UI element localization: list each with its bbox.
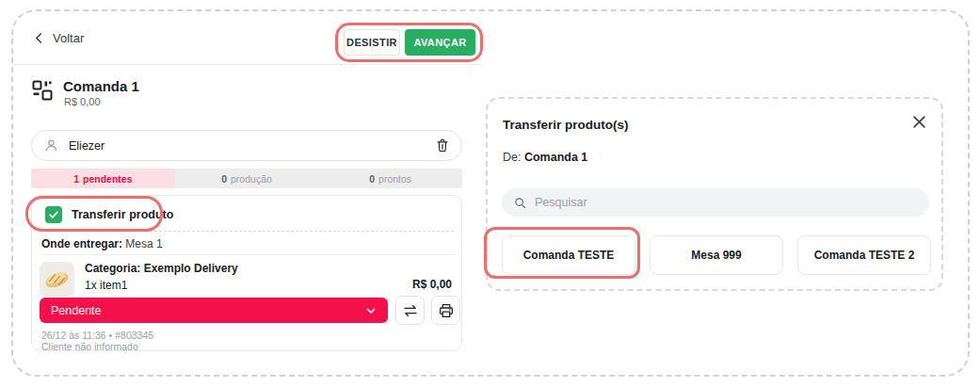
close-icon — [912, 115, 926, 129]
tab-pendentes[interactable]: 1 pendentes — [31, 169, 175, 188]
from-label: De: — [503, 151, 521, 164]
tab-producao[interactable]: 0 produção — [175, 169, 319, 188]
qr-code-icon — [31, 79, 54, 105]
back-label: Voltar — [53, 31, 84, 45]
transfer-product-checkbox-row[interactable]: Transferir produto — [45, 206, 173, 223]
deliver-label: Onde entregar: — [41, 237, 122, 250]
product-category: Categoria: Exemplo Delivery — [85, 262, 238, 275]
checkbox-checked-icon[interactable] — [45, 206, 62, 223]
chevron-down-icon — [365, 305, 377, 316]
tab-prontos[interactable]: 0 prontos — [318, 169, 462, 188]
trash-icon — [435, 137, 450, 153]
header-divider — [12, 64, 480, 65]
order-timestamp: 26/12 às 11:36 • #803345 — [41, 330, 153, 341]
desistir-button[interactable]: DESISTIR — [344, 29, 400, 56]
deliver-value: Mesa 1 — [125, 237, 162, 250]
tab-label: pendentes — [83, 173, 133, 185]
destination-comanda-teste[interactable]: Comanda TESTE — [502, 235, 635, 275]
tab-count: 1 — [73, 173, 79, 185]
tab-count: 0 — [221, 173, 227, 185]
deliver-location: Onde entregar: Mesa 1 — [41, 237, 163, 250]
transfer-modal: Transferir produto(s) De: Comanda 1 Coma… — [486, 97, 943, 291]
staff-row[interactable]: Eliezer — [31, 130, 462, 161]
transfer-arrows-icon — [402, 302, 419, 319]
item-divider — [41, 254, 454, 255]
product-quantity: 1x item1 — [85, 279, 127, 292]
status-label: Pendente — [51, 304, 102, 317]
dashed-separator — [41, 231, 454, 232]
pos-order-screen: Voltar DESISTIR AVANÇAR Comanda 1 R$ 0,0… — [0, 0, 980, 387]
modal-title: Transferir produto(s) — [503, 118, 629, 132]
search-bar[interactable] — [502, 188, 929, 217]
back-button[interactable]: Voltar — [34, 31, 84, 45]
status-dropdown[interactable]: Pendente — [40, 298, 388, 323]
status-tabs: 1 pendentes 0 produção 0 prontos — [31, 169, 462, 188]
order-total: R$ 0,00 — [64, 96, 101, 107]
search-icon — [513, 196, 527, 210]
chevron-left-icon — [34, 33, 44, 43]
avancar-button[interactable]: AVANÇAR — [405, 29, 475, 56]
tab-count: 0 — [369, 173, 375, 185]
product-image — [40, 262, 74, 297]
printer-icon — [438, 302, 455, 319]
order-title: Comanda 1 — [63, 78, 139, 94]
print-button[interactable] — [431, 296, 460, 325]
from-value: Comanda 1 — [524, 151, 587, 164]
tab-label: produção — [231, 173, 272, 185]
tab-label: prontos — [378, 173, 411, 185]
delete-staff-button[interactable] — [435, 137, 450, 153]
staff-name: Eliezer — [69, 139, 426, 153]
destination-mesa-999[interactable]: Mesa 999 — [650, 235, 783, 275]
product-price: R$ 0,00 — [412, 278, 452, 291]
destination-comanda-teste-2[interactable]: Comanda TESTE 2 — [797, 235, 931, 275]
client-info: Cliente não informado — [41, 341, 138, 352]
transfer-from: De: Comanda 1 — [503, 151, 587, 164]
order-item-card: Transferir produto Onde entregar: Mesa 1… — [31, 195, 462, 351]
close-button[interactable] — [912, 115, 926, 129]
search-input[interactable] — [535, 196, 918, 209]
person-icon — [43, 137, 59, 153]
transfer-item-button[interactable] — [395, 296, 425, 325]
transfer-checkbox-label: Transferir produto — [72, 208, 173, 221]
destination-list: Comanda TESTE Mesa 999 Comanda TESTE 2 — [502, 235, 931, 275]
